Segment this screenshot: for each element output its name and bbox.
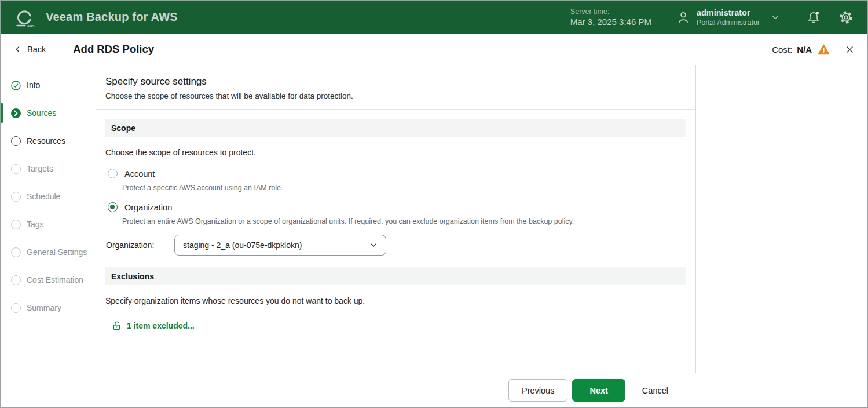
- scope-instruction: Choose the scope of resources to protect…: [105, 148, 686, 157]
- cost-warning-icon[interactable]: [818, 44, 830, 55]
- app-window: AWS Veeam Backup for AWS Server time: Ma…: [0, 0, 868, 408]
- step-circle-icon: [11, 164, 21, 174]
- panel-subheading: Choose the scope of resources that will …: [105, 92, 686, 100]
- toolbar-divider: [60, 41, 60, 57]
- chevron-down-icon: [770, 12, 781, 23]
- server-time-value: Mar 3, 2025 3:46 PM: [570, 16, 651, 27]
- previous-button[interactable]: Previous: [508, 379, 567, 402]
- step-circle-icon: [11, 192, 21, 202]
- scope-option-account[interactable]: Account: [108, 169, 686, 178]
- user-icon: [676, 10, 691, 25]
- right-gutter: [696, 65, 867, 373]
- wizard-footer: Previous Next Cancel: [1, 373, 867, 407]
- sidebar-step-schedule: Schedule: [1, 183, 96, 210]
- svg-text:AWS: AWS: [27, 24, 35, 27]
- veeam-aws-logo-icon: AWS: [12, 6, 36, 29]
- cost-label: Cost:: [772, 45, 792, 54]
- settings-gear-button[interactable]: [836, 8, 856, 27]
- scope-section-header: Scope: [105, 119, 686, 137]
- cancel-button[interactable]: Cancel: [635, 379, 675, 402]
- app-title: Veeam Backup for AWS: [46, 10, 178, 24]
- close-icon[interactable]: [845, 45, 855, 54]
- sidebar-step-targets: Targets: [1, 155, 96, 183]
- excluded-items-row[interactable]: 1 item excluded...: [112, 320, 686, 331]
- server-time: Server time: Mar 3, 2025 3:46 PM: [570, 7, 651, 27]
- step-current-icon: [11, 108, 21, 118]
- organization-description: Protect an entire AWS Organization or a …: [122, 217, 686, 225]
- app-header: AWS Veeam Backup for AWS Server time: Ma…: [1, 1, 867, 34]
- organization-selected-value: staging - 2_a (ou-075e-dkpklokn): [183, 241, 368, 250]
- back-label: Back: [27, 45, 46, 54]
- chevron-down-icon: [368, 240, 379, 250]
- sidebar-step-general-settings: General Settings: [1, 238, 96, 266]
- chevron-left-icon: [13, 45, 23, 54]
- scope-option-organization[interactable]: Organization: [108, 202, 686, 212]
- wizard-toolbar: Back Add RDS Policy Cost: N/A: [1, 34, 867, 65]
- step-completed-icon: [11, 81, 21, 90]
- sidebar-step-sources[interactable]: Sources: [1, 99, 96, 127]
- source-settings-panel: Specify source settings Choose the scope…: [96, 65, 696, 373]
- step-circle-icon: [11, 247, 21, 257]
- account-description: Protect a specific AWS account using an …: [122, 184, 686, 192]
- notification-dot: [816, 12, 819, 14]
- wizard-steps-sidebar: Info Sources Resources Targets: [1, 65, 96, 373]
- step-circle-icon: [11, 275, 21, 285]
- exclusions-section-header: Exclusions: [105, 267, 686, 285]
- exclusions-instruction: Specify organization items whose resourc…: [105, 296, 686, 305]
- sidebar-step-info[interactable]: Info: [1, 71, 96, 99]
- cost-value: N/A: [797, 45, 812, 54]
- user-role: Portal Administrator: [697, 18, 760, 27]
- sidebar-step-cost-estimation: Cost Estimation: [1, 266, 96, 294]
- sidebar-step-tags: Tags: [1, 210, 96, 238]
- organization-select[interactable]: staging - 2_a (ou-075e-dkpklokn): [174, 235, 386, 256]
- unlock-icon: [112, 320, 122, 331]
- user-menu[interactable]: administrator Portal Administrator: [676, 8, 781, 27]
- user-name: administrator: [697, 8, 760, 18]
- server-time-label: Server time:: [570, 7, 651, 16]
- sidebar-step-summary: Summary: [1, 294, 96, 322]
- page-title: Add RDS Policy: [73, 43, 154, 56]
- step-circle-icon: [11, 136, 21, 146]
- organization-field-label: Organization:: [106, 241, 174, 250]
- excluded-items-link[interactable]: 1 item excluded...: [127, 321, 195, 330]
- step-circle-icon: [11, 220, 21, 230]
- next-button[interactable]: Next: [572, 379, 625, 402]
- sidebar-step-resources[interactable]: Resources: [1, 127, 96, 155]
- panel-heading: Specify source settings: [105, 76, 686, 88]
- back-button[interactable]: Back: [13, 45, 46, 54]
- step-circle-icon: [11, 303, 21, 313]
- radio-account[interactable]: [108, 169, 118, 178]
- notifications-button[interactable]: [804, 8, 823, 27]
- current-step-indicator: [1, 103, 3, 123]
- radio-organization[interactable]: [108, 202, 118, 212]
